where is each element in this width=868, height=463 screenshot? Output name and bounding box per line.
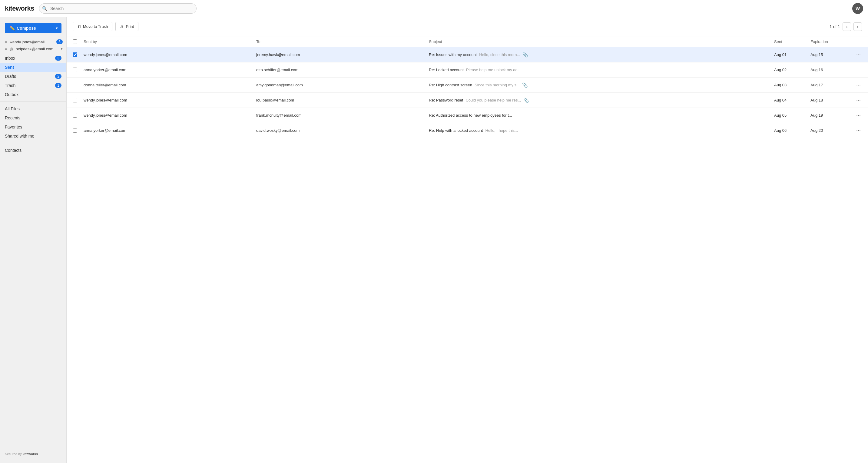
row-sent-by: wendy.jones@email.com xyxy=(84,113,256,118)
sidebar-item-recents[interactable]: Recents xyxy=(0,113,66,122)
compose-dropdown[interactable]: ▼ xyxy=(52,23,61,33)
row-to: lou.paulo@email.com xyxy=(256,98,429,103)
row-to: jeremy.hawk@email.com xyxy=(256,52,429,57)
topbar: kiteworks 🔍 W xyxy=(0,0,868,17)
row-checkbox[interactable] xyxy=(73,83,77,87)
sub-account-arrow: ▾ xyxy=(61,47,63,51)
move-to-trash-button[interactable]: 🗑 Move to Trash xyxy=(73,22,112,31)
compose-button[interactable]: ✏️ Compose ▼ xyxy=(5,23,61,33)
main-layout: ✏️ Compose ▼ ≡ wendy.jones@email... 3 ≡ … xyxy=(0,17,868,463)
row-subject-cell: Re: Locked accountPlease help me unlock … xyxy=(429,67,774,72)
row-checkbox[interactable] xyxy=(73,52,77,57)
row-preview: Please help me unlock my ac... xyxy=(466,67,521,72)
row-preview: Could you please help me res... xyxy=(465,98,521,103)
row-subject: Re: Authorized access to new employees f… xyxy=(429,113,512,118)
sidebar-item-label: Sent xyxy=(5,65,61,70)
row-more-button[interactable]: ··· xyxy=(855,81,862,89)
row-actions-cell: ··· xyxy=(847,51,862,58)
sidebar-item-label: Inbox xyxy=(5,56,55,61)
search-icon: 🔍 xyxy=(42,6,47,11)
row-subject: Re: Issues with my account xyxy=(429,52,477,57)
sidebar-item-contacts[interactable]: Contacts xyxy=(0,146,66,155)
sidebar-item-badge: 2 xyxy=(55,74,61,79)
compose-main[interactable]: ✏️ Compose xyxy=(5,23,52,33)
header-expiration: Expiration xyxy=(810,39,847,44)
row-sent-by: anna.yorker@email.com xyxy=(84,128,256,133)
table-row[interactable]: anna.yorker@email.comdavid.wosky@email.c… xyxy=(67,123,868,138)
table-row[interactable]: donna.teller@email.comamy.goodman@email.… xyxy=(67,78,868,93)
row-checkbox[interactable] xyxy=(73,67,77,72)
header-sent-by: Sent by xyxy=(84,39,256,44)
row-more-button[interactable]: ··· xyxy=(855,127,862,134)
hamburger-icon: ≡ xyxy=(5,40,7,44)
row-expiration: Aug 17 xyxy=(810,83,847,87)
chevron-down-icon: ▼ xyxy=(55,26,58,30)
sidebar-sub-account-helpdesk[interactable]: ≡ @ helpdesk@email.com ▾ xyxy=(0,46,66,52)
sidebar-item-shared-with-me[interactable]: Shared with me xyxy=(0,132,66,141)
row-more-button[interactable]: ··· xyxy=(855,51,862,58)
sidebar-divider xyxy=(0,102,66,102)
row-preview: Hello, I hope this... xyxy=(485,128,518,133)
attachment-icon: 📎 xyxy=(523,97,529,103)
header-to: To xyxy=(256,39,429,44)
row-checkbox-cell xyxy=(73,83,84,87)
compose-area: ✏️ Compose ▼ xyxy=(0,21,66,38)
sidebar-item-outbox[interactable]: Outbox xyxy=(0,90,66,99)
sidebar-item-favorites[interactable]: Favorites xyxy=(0,122,66,132)
row-checkbox-cell xyxy=(73,98,84,103)
row-checkbox-cell xyxy=(73,113,84,118)
row-preview: Hello, since this morn... xyxy=(479,52,520,57)
row-sent-by: donna.teller@email.com xyxy=(84,83,256,87)
print-icon: 🖨 xyxy=(120,24,124,29)
row-checkbox[interactable] xyxy=(73,128,77,133)
row-subject-cell: Re: Issues with my accountHello, since t… xyxy=(429,52,774,58)
sidebar-item-inbox[interactable]: Inbox3 xyxy=(0,54,66,63)
row-checkbox[interactable] xyxy=(73,113,77,118)
content-toolbar: 🗑 Move to Trash 🖨 Print 1 of 1 ‹ › xyxy=(67,17,868,36)
row-subject: Re: Help with a locked account xyxy=(429,128,483,133)
row-expiration: Aug 15 xyxy=(810,52,847,57)
account-badge: 3 xyxy=(56,39,63,44)
row-actions-cell: ··· xyxy=(847,127,862,134)
row-more-button[interactable]: ··· xyxy=(855,66,862,74)
sidebar-item-sent[interactable]: Sent xyxy=(0,63,66,72)
row-subject-cell: Re: Authorized access to new employees f… xyxy=(429,113,774,118)
sidebar-item-drafts[interactable]: Drafts2 xyxy=(0,72,66,81)
search-input[interactable] xyxy=(39,3,196,13)
compose-label: Compose xyxy=(17,26,36,31)
row-sent-date: Aug 04 xyxy=(774,98,810,103)
table-row[interactable]: anna.yorker@email.comotto.schiffer@email… xyxy=(67,62,868,78)
header-sent: Sent xyxy=(774,39,810,44)
row-expiration: Aug 16 xyxy=(810,67,847,72)
pagination-next-button[interactable]: › xyxy=(854,22,862,31)
move-to-trash-label: Move to Trash xyxy=(83,24,108,29)
sidebar-item-trash[interactable]: Trash1 xyxy=(0,81,66,90)
row-subject: Re: High contrast screen xyxy=(429,83,472,87)
sidebar-item-all-files[interactable]: All Files xyxy=(0,104,66,113)
table-row[interactable]: wendy.jones@email.comlou.paulo@email.com… xyxy=(67,93,868,108)
footer-brand: kiteworks xyxy=(23,452,38,456)
app-logo: kiteworks xyxy=(5,4,34,12)
pagination-text: 1 of 1 xyxy=(830,24,840,29)
print-button[interactable]: 🖨 Print xyxy=(115,22,138,31)
row-more-button[interactable]: ··· xyxy=(855,112,862,119)
compose-edit-icon: ✏️ xyxy=(10,26,15,31)
sub-account-name: helpdesk@email.com xyxy=(16,47,58,51)
row-more-button[interactable]: ··· xyxy=(855,96,862,104)
row-sent-date: Aug 06 xyxy=(774,128,810,133)
sidebar-divider-2 xyxy=(0,143,66,143)
select-all-checkbox[interactable] xyxy=(73,39,77,44)
avatar[interactable]: W xyxy=(852,3,863,14)
pagination: 1 of 1 ‹ › xyxy=(830,22,862,31)
sidebar: ✏️ Compose ▼ ≡ wendy.jones@email... 3 ≡ … xyxy=(0,17,67,463)
row-sent-date: Aug 01 xyxy=(774,52,810,57)
hamburger-icon-2: ≡ xyxy=(5,47,7,51)
row-checkbox[interactable] xyxy=(73,98,77,103)
row-to: frank.mcnulty@email.com xyxy=(256,113,429,118)
table-row[interactable]: wendy.jones@email.comfrank.mcnulty@email… xyxy=(67,108,868,123)
sidebar-account-wendy[interactable]: ≡ wendy.jones@email... 3 xyxy=(0,38,66,46)
row-actions-cell: ··· xyxy=(847,66,862,74)
bottom-items: Contacts xyxy=(0,146,66,155)
pagination-prev-button[interactable]: ‹ xyxy=(842,22,851,31)
table-row[interactable]: wendy.jones@email.comjeremy.hawk@email.c… xyxy=(67,47,868,62)
